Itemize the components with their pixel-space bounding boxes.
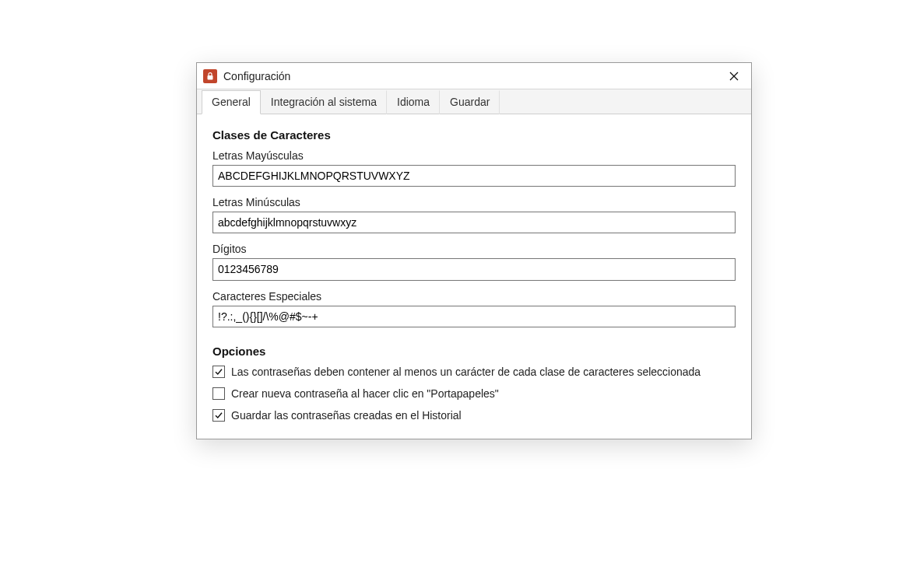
tab-content: Clases de Caracteres Letras Mayúsculas L… [197, 114, 751, 439]
input-uppercase[interactable] [212, 165, 736, 187]
app-lock-icon [203, 69, 217, 83]
tab-language[interactable]: Idioma [387, 90, 440, 114]
checkbox-clipboard[interactable] [212, 387, 225, 400]
option-label-clipboard: Crear nueva contraseña al hacer clic en … [231, 387, 499, 400]
checkmark-icon [214, 411, 223, 420]
svg-rect-0 [208, 75, 213, 80]
settings-dialog: Configuración General Integración al sis… [196, 62, 752, 439]
tab-general[interactable]: General [202, 90, 261, 114]
label-lowercase: Letras Minúsculas [212, 196, 736, 208]
window-title: Configuración [223, 70, 290, 82]
label-digits: Dígitos [212, 243, 736, 255]
option-label-history: Guardar las contraseñas creadas en el Hi… [231, 409, 462, 422]
section-title-options: Opciones [212, 345, 736, 358]
option-row-clipboard: Crear nueva contraseña al hacer clic en … [212, 387, 736, 400]
label-uppercase: Letras Mayúsculas [212, 149, 736, 162]
section-title-char-classes: Clases de Caracteres [212, 128, 736, 142]
input-special[interactable] [212, 306, 736, 327]
tab-system-integration[interactable]: Integración al sistema [261, 90, 387, 114]
close-icon [729, 72, 739, 81]
option-label-each-class: Las contraseñas deben contener al menos … [231, 366, 701, 378]
close-button[interactable] [722, 65, 746, 87]
checkbox-history[interactable] [212, 409, 225, 422]
titlebar: Configuración [197, 63, 751, 89]
label-special: Caracteres Especiales [212, 290, 736, 303]
checkmark-icon [214, 367, 223, 376]
input-digits[interactable] [212, 258, 736, 280]
option-row-each-class: Las contraseñas deben contener al menos … [212, 366, 736, 378]
tab-bar: General Integración al sistema Idioma Gu… [197, 89, 751, 114]
input-lowercase[interactable] [212, 212, 736, 233]
checkbox-each-class[interactable] [212, 366, 225, 378]
tab-save[interactable]: Guardar [440, 90, 500, 114]
option-row-history: Guardar las contraseñas creadas en el Hi… [212, 409, 736, 422]
